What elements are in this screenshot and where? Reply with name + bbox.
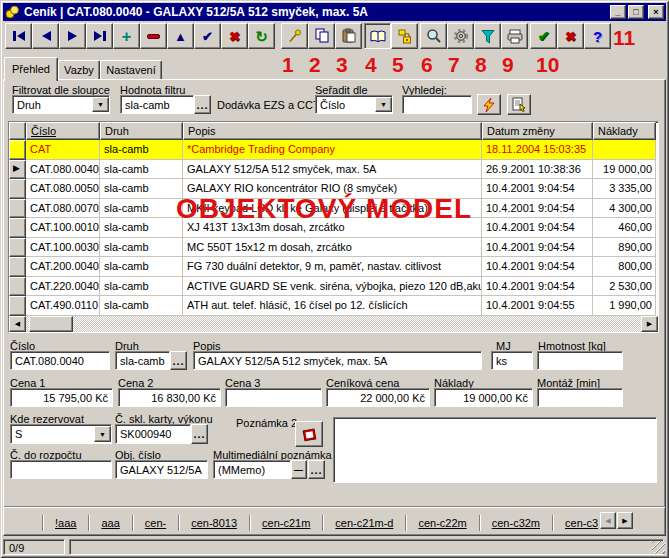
card-copy-button[interactable]: [391, 23, 418, 49]
form-objcislo-input[interactable]: GALAXY 512/5A: [115, 460, 208, 479]
search-button[interactable]: [420, 23, 447, 49]
form-cenikova-input[interactable]: 22 000,00 Kč: [326, 388, 430, 407]
links-scroll-left-icon[interactable]: ◀: [600, 512, 616, 529]
find-record-button[interactable]: [507, 94, 531, 115]
cell-naklady: 1 990,00: [593, 296, 656, 316]
table-row[interactable]: ▶ CAT.080.0040 sla-camb GALAXY 512/5A 51…: [9, 160, 658, 180]
table-row[interactable]: CAT.490.0110 sla-camb ATH aut. telef. hl…: [9, 296, 658, 316]
minimize-button[interactable]: _: [610, 5, 626, 19]
edit-record-button[interactable]: ▲: [167, 23, 194, 49]
column-header-cislo[interactable]: Číslo: [26, 122, 100, 140]
prev-record-button[interactable]: [32, 23, 59, 49]
annotation-1: 1: [282, 54, 294, 75]
scrollbar-thumb[interactable]: [29, 316, 73, 332]
bottom-link-cen-[interactable]: cen-: [133, 517, 178, 529]
form-mmemo-ellipsis-button[interactable]: ...: [308, 460, 325, 479]
pin-button[interactable]: [281, 23, 308, 49]
form-cislo-input[interactable]: CAT.080.0040: [10, 351, 110, 370]
form-mmemo-dash-button[interactable]: —: [291, 460, 307, 479]
post-edit-button[interactable]: ✔: [194, 23, 221, 49]
poznamka2-textarea[interactable]: [333, 417, 657, 483]
chevron-down-icon[interactable]: ▼: [92, 97, 109, 112]
form-rozpocet-input[interactable]: [10, 460, 112, 479]
form-montaz-input[interactable]: [537, 388, 623, 407]
bottom-link-cen-c21m[interactable]: cen-c21m: [250, 517, 322, 529]
cell-datum: 10.4.2001 9:04:54: [482, 179, 593, 199]
bottom-link-!aaa[interactable]: !aaa: [43, 517, 88, 529]
form-mj-input[interactable]: ks: [491, 351, 533, 370]
form-popis-input[interactable]: GALAXY 512/5A 512 smyček, max. 5A: [193, 351, 482, 370]
table-row[interactable]: CAT.220.0040 sla-camb ACTIVE GUARD SE ve…: [9, 277, 658, 297]
maximize-button[interactable]: □: [628, 5, 644, 19]
tab-prehled[interactable]: Přehled: [4, 57, 58, 81]
scroll-left-icon[interactable]: ◀: [9, 316, 26, 332]
form-druh-input[interactable]: sla-camb: [115, 351, 170, 370]
form-sklkarta-input[interactable]: SK000940: [115, 424, 191, 444]
minus-icon: [147, 34, 160, 39]
first-record-icon: [12, 31, 26, 41]
cell-cislo: CAT.100.0030: [26, 238, 100, 258]
refresh-button[interactable]: ↻: [248, 23, 275, 49]
form-mmemo-input[interactable]: (MMemo): [213, 460, 291, 479]
column-header-popis[interactable]: Popis: [183, 122, 482, 140]
resize-grip[interactable]: [652, 541, 665, 554]
bottom-link-cen-8013[interactable]: cen-8013: [179, 517, 249, 529]
table-row[interactable]: CAT.100.0030 sla-camb MC 550T 15x12 m do…: [9, 238, 658, 258]
form-cena1-input[interactable]: 15 795,00 Kč: [10, 388, 113, 407]
bottom-link-cen-c3[interactable]: cen-c3: [553, 517, 600, 529]
chevron-down-icon[interactable]: ▼: [375, 97, 392, 112]
cell-datum: 10.4.2001 9:04:54: [482, 238, 593, 258]
form-cena2-input[interactable]: 16 830,00 Kč: [118, 388, 221, 407]
table-row[interactable]: CAT.200.0040 sla-camb FG 730 duální dete…: [9, 257, 658, 277]
print-button[interactable]: [501, 23, 528, 49]
annotation-9: 9: [502, 54, 514, 75]
cancel-edit-button[interactable]: ✖: [221, 23, 248, 49]
filter-button[interactable]: [474, 23, 501, 49]
exit-button[interactable]: ✖: [557, 23, 584, 49]
form-sklkarta-ellipsis-button[interactable]: ...: [191, 424, 208, 444]
search-input[interactable]: [402, 95, 472, 114]
add-record-button[interactable]: +: [113, 23, 140, 49]
form-naklady-input[interactable]: 19 000,00 Kč: [434, 388, 533, 407]
ok-button[interactable]: ✔: [530, 23, 557, 49]
form-cena3-input[interactable]: [225, 388, 322, 407]
settings-button[interactable]: [447, 23, 474, 49]
close-button[interactable]: ×: [648, 5, 664, 19]
bottom-link-cen-c21m-d[interactable]: cen-c21m-d: [323, 517, 405, 529]
gear-icon: [453, 28, 469, 44]
form-druh-ellipsis-button[interactable]: ...: [170, 351, 187, 370]
column-header-datum[interactable]: Datum změny: [482, 122, 593, 140]
bottom-link-cen-c32m[interactable]: cen-c32m: [480, 517, 552, 529]
next-record-button[interactable]: [59, 23, 86, 49]
first-record-button[interactable]: [5, 23, 32, 49]
notes-button[interactable]: [295, 421, 323, 447]
help-button[interactable]: ?: [584, 23, 611, 49]
bottom-link-cen-c22m[interactable]: cen-c22m: [406, 517, 478, 529]
cell-naklady: [593, 140, 656, 160]
bottom-link-aaa[interactable]: aaa: [89, 517, 131, 529]
links-scroll-right-icon[interactable]: ▶: [617, 512, 633, 529]
paste-icon: [341, 28, 357, 44]
chevron-down-icon[interactable]: ▼: [94, 426, 111, 442]
find-document-icon: [512, 97, 527, 112]
last-record-button[interactable]: [86, 23, 113, 49]
quick-search-button[interactable]: [477, 94, 501, 115]
filter-value-input[interactable]: sla-camb: [120, 95, 194, 114]
table-row[interactable]: CAT sla-camb *Cambridge Trading Company …: [9, 140, 658, 160]
copy-button[interactable]: [308, 23, 335, 49]
notes-icon: [301, 426, 318, 443]
column-header-druh[interactable]: Druh: [100, 122, 183, 140]
book-button[interactable]: [364, 23, 391, 49]
paste-button[interactable]: [335, 23, 362, 49]
tab-vazby[interactable]: Vazby: [58, 60, 100, 80]
cell-datum: 18.11.2004 15:03:35: [482, 140, 593, 160]
tab-nastaveni[interactable]: Nastavení: [100, 60, 162, 80]
scroll-right-icon[interactable]: ▶: [641, 316, 658, 332]
horizontal-scrollbar[interactable]: ◀ ▶: [9, 316, 658, 332]
form-hmotnost-input[interactable]: [537, 351, 623, 370]
delete-record-button[interactable]: [140, 23, 167, 49]
column-header-naklady[interactable]: Náklady: [593, 122, 656, 140]
filter-value-ellipsis-button[interactable]: ...: [194, 95, 211, 114]
copy-icon: [314, 28, 330, 44]
cell-datum: 26.9.2001 10:38:36: [482, 160, 593, 180]
